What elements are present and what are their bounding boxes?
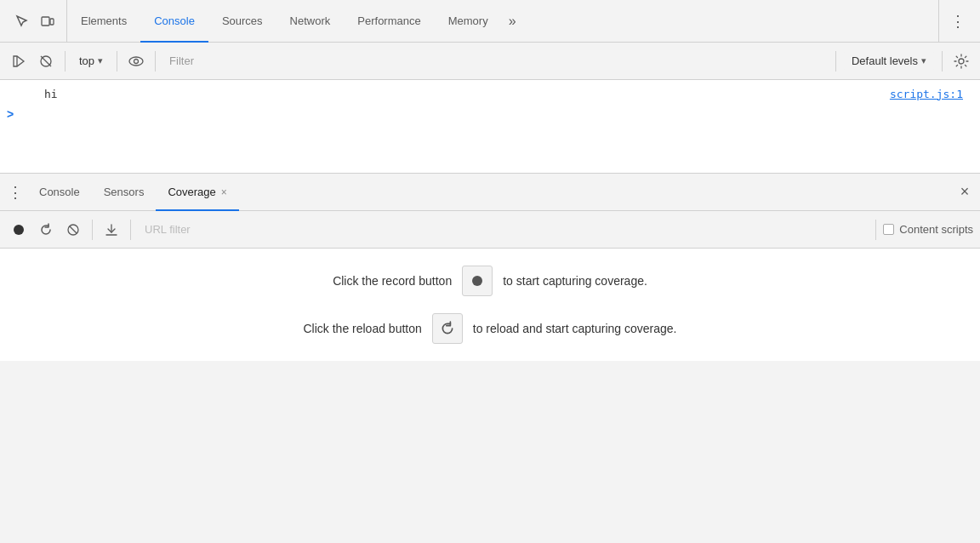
- inline-reload-icon: [432, 313, 463, 344]
- hint2-after-text: to reload and start capturing coverage.: [473, 322, 677, 335]
- tab-sources[interactable]: Sources: [208, 1, 276, 43]
- log-levels-button[interactable]: Default levels ▾: [843, 52, 935, 70]
- drawer-panel: ⋮ ⋮ Console Sensors Coverage × ×: [0, 174, 980, 361]
- tab-console[interactable]: Console: [140, 1, 208, 43]
- content-scripts-checkbox-label[interactable]: Content scripts: [883, 223, 973, 236]
- console-log-line: hi script.js:1: [0, 83, 980, 104]
- hint2-before-text: Click the reload button: [303, 322, 421, 335]
- tab-bar-right: ⋮: [938, 0, 977, 42]
- console-message-text: hi: [27, 88, 890, 100]
- console-toolbar: top ▾ Default levels ▾: [0, 43, 980, 80]
- drawer-tab-sensors[interactable]: Sensors: [92, 174, 157, 211]
- main-tabs: Elements Console Sources Network Perform…: [67, 0, 938, 42]
- coverage-divider-2: [130, 220, 131, 240]
- coverage-clear-button[interactable]: [61, 218, 85, 242]
- svg-point-8: [959, 59, 964, 64]
- hint1-before-text: Click the record button: [333, 274, 452, 288]
- drawer-tab-coverage[interactable]: Coverage ×: [156, 174, 238, 211]
- tab-performance[interactable]: Performance: [344, 1, 434, 43]
- drawer-tabs: Console Sensors Coverage ×: [27, 174, 953, 210]
- svg-point-6: [129, 57, 143, 66]
- drawer-more-options-btn[interactable]: ⋮: [3, 180, 27, 204]
- drawer-tab-console[interactable]: Console: [27, 174, 92, 211]
- svg-point-7: [134, 59, 139, 63]
- divider-4: [835, 51, 836, 71]
- coverage-body: Click the record button to start capturi…: [0, 249, 980, 361]
- svg-point-9: [14, 225, 24, 235]
- coverage-hint-record: Click the record button to start capturi…: [333, 266, 647, 296]
- console-prompt-icon[interactable]: >: [7, 107, 14, 121]
- content-scripts-checkbox[interactable]: [883, 224, 894, 235]
- svg-rect-0: [42, 17, 49, 26]
- devtools-icons: [3, 0, 67, 42]
- coverage-reload-button[interactable]: [34, 218, 58, 242]
- coverage-hint-reload: Click the reload button to reload and st…: [303, 313, 676, 344]
- coverage-tab-close-icon[interactable]: ×: [221, 187, 227, 197]
- inline-record-icon: [462, 266, 493, 296]
- top-tab-bar: Elements Console Sources Network Perform…: [0, 0, 980, 43]
- svg-marker-2: [14, 56, 24, 66]
- eye-icon[interactable]: [124, 49, 148, 73]
- device-toolbar-icon[interactable]: [36, 9, 60, 33]
- svg-line-11: [70, 226, 77, 233]
- divider-3: [155, 51, 156, 71]
- coverage-toolbar: Content scripts: [0, 211, 980, 249]
- clear-console-icon[interactable]: [7, 49, 31, 73]
- filter-input[interactable]: [162, 49, 829, 73]
- tab-overflow[interactable]: »: [502, 14, 523, 29]
- select-element-icon[interactable]: [10, 9, 34, 33]
- coverage-export-button[interactable]: [100, 218, 123, 242]
- svg-point-14: [472, 276, 482, 286]
- drawer-tab-bar: ⋮ ⋮ Console Sensors Coverage × ×: [0, 174, 980, 211]
- settings-icon[interactable]: [949, 49, 973, 73]
- tab-elements[interactable]: Elements: [67, 1, 140, 43]
- context-selector[interactable]: top ▾: [72, 52, 110, 70]
- tab-network[interactable]: Network: [276, 1, 345, 43]
- log-level-indicator: [7, 85, 24, 102]
- stop-recording-icon[interactable]: [34, 49, 58, 73]
- coverage-record-button[interactable]: [7, 218, 31, 242]
- hint1-after-text: to start capturing coverage.: [503, 274, 647, 288]
- divider-2: [117, 51, 117, 71]
- more-options-icon[interactable]: ⋮: [946, 9, 970, 33]
- console-output: hi script.js:1 >: [0, 80, 980, 174]
- svg-rect-1: [50, 19, 54, 25]
- divider-1: [65, 51, 66, 71]
- console-source-link[interactable]: script.js:1: [890, 88, 973, 100]
- coverage-divider-1: [92, 220, 93, 240]
- drawer-close-button[interactable]: ×: [953, 180, 977, 204]
- url-filter-input[interactable]: [138, 218, 869, 242]
- divider-5: [942, 51, 943, 71]
- console-prompt-line[interactable]: >: [0, 104, 980, 124]
- tab-memory[interactable]: Memory: [435, 1, 502, 43]
- coverage-divider-3: [875, 220, 876, 240]
